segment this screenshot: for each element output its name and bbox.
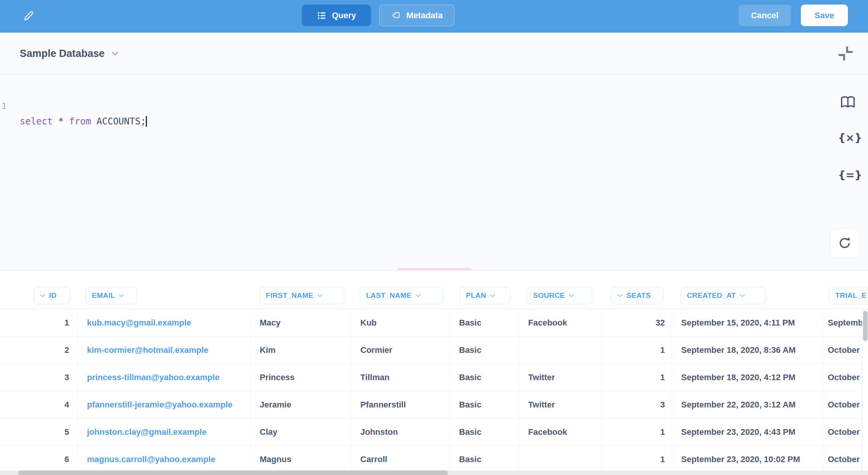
cell-id: 3	[0, 364, 78, 391]
email-link[interactable]: pfannerstill-jeramie@yahoo.example	[78, 391, 251, 418]
pencil-icon	[22, 9, 31, 22]
cell-last-name: Johnston	[351, 418, 450, 446]
snippets-button[interactable]: {=}	[838, 165, 858, 185]
horizontal-scrollbar-thumb[interactable]	[18, 470, 448, 475]
cell-last-name: Tillman	[351, 364, 450, 391]
email-link[interactable]: magnus.carroll@yahoo.example	[78, 446, 251, 473]
cell-source: Facebook	[519, 309, 602, 337]
cell-plan: Basic	[450, 391, 519, 418]
cell-trial-ends-at: October	[824, 418, 862, 446]
column-header-source[interactable]: SOURCE	[527, 287, 592, 304]
column-header-email[interactable]: EMAIL	[85, 287, 137, 304]
chevron-down-icon	[415, 294, 421, 297]
sql-keyword-from: from	[69, 116, 96, 127]
chevron-down-icon	[490, 294, 495, 297]
email-link[interactable]: kub.macy@gmail.example	[78, 309, 251, 337]
top-bar: Query Metadata Cancel Save	[0, 0, 868, 33]
tab-query[interactable]: Query	[302, 5, 371, 26]
text-cursor	[146, 116, 147, 127]
cell-trial-ends-at: Septemb	[824, 309, 862, 337]
chevron-down-icon	[317, 294, 322, 297]
tab-metadata[interactable]: Metadata	[379, 5, 455, 26]
run-query-button[interactable]	[830, 228, 860, 258]
cell-seats: 1	[602, 337, 672, 364]
variables-icon: {×}	[838, 132, 862, 144]
collapse-icon	[837, 45, 852, 62]
column-label: SOURCE	[533, 291, 565, 300]
column-label: TRIAL_E	[835, 291, 866, 300]
cell-plan: Basic	[450, 309, 519, 337]
cell-trial-ends-at: October	[824, 446, 862, 473]
table-row: 3 princess-tillman@yahoo.example Princes…	[0, 364, 868, 391]
database-name: Sample Database	[20, 48, 105, 60]
cell-source	[519, 446, 602, 473]
table-row: 6 magnus.carroll@yahoo.example Magnus Ca…	[0, 446, 868, 473]
column-header-first-name[interactable]: FIRST_NAME	[259, 287, 344, 304]
column-label: ID	[49, 291, 57, 300]
cell-seats: 1	[602, 364, 672, 391]
list-icon	[317, 11, 327, 20]
cell-id: 2	[0, 337, 78, 364]
native-query-editor: Query Metadata Cancel Save Sample Databa…	[0, 0, 868, 475]
line-number: 1	[2, 99, 9, 114]
column-header-plan[interactable]: PLAN	[459, 287, 511, 304]
cell-last-name: Pfannerstill	[351, 391, 450, 418]
cell-seats: 1	[602, 418, 672, 446]
chevron-down-icon	[119, 294, 124, 297]
code-line: 1 select * from ACCOUNTS;	[0, 83, 868, 99]
tab-metadata-label: Metadata	[406, 11, 442, 20]
column-label: PLAN	[466, 291, 486, 300]
column-header-id[interactable]: ID	[33, 287, 70, 304]
table-header: ID EMAIL FIRST_NAME LAST_NAME PLAN SOURC…	[0, 271, 868, 309]
table-row: 2 kim-cormier@hotmail.example Kim Cormie…	[0, 337, 868, 364]
cell-seats: 32	[602, 309, 672, 337]
cell-plan: Basic	[450, 364, 519, 391]
vertical-scrollbar-thumb[interactable]	[863, 311, 868, 341]
save-button[interactable]: Save	[801, 5, 848, 26]
email-link[interactable]: johnston.clay@gmail.example	[78, 418, 251, 446]
cell-created-at: September 23, 2020, 4:43 PM	[672, 418, 824, 446]
column-header-last-name[interactable]: LAST_NAME	[360, 287, 443, 304]
cell-id: 4	[0, 391, 78, 418]
column-header-trial-ends-at[interactable]: TRIAL_E	[829, 287, 868, 304]
cell-first-name: Clay	[251, 418, 351, 446]
email-link[interactable]: kim-cormier@hotmail.example	[78, 337, 251, 364]
column-label: CREATED_AT	[687, 291, 736, 300]
cell-first-name: Kim	[251, 337, 351, 364]
cell-id: 1	[0, 309, 78, 337]
cancel-button[interactable]: Cancel	[739, 5, 791, 26]
column-header-seats[interactable]: SEATS	[611, 287, 663, 304]
cell-trial-ends-at: October	[824, 364, 862, 391]
cell-plan: Basic	[450, 337, 519, 364]
database-picker[interactable]: Sample Database	[20, 33, 118, 74]
query-results: ID EMAIL FIRST_NAME LAST_NAME PLAN SOURC…	[0, 271, 868, 475]
chevron-down-icon	[740, 294, 745, 297]
sql-code: select * from ACCOUNTS;	[20, 114, 147, 129]
cell-created-at: September 18, 2020, 8:36 AM	[672, 337, 824, 364]
column-label: LAST_NAME	[366, 291, 412, 300]
table-row: 1 kub.macy@gmail.example Macy Kub Basic …	[0, 309, 868, 337]
column-header-created-at[interactable]: CREATED_AT	[680, 287, 766, 304]
cell-trial-ends-at: October	[824, 337, 862, 364]
snippets-icon: {=}	[838, 169, 862, 181]
cell-last-name: Kub	[351, 309, 450, 337]
data-reference-button[interactable]	[838, 93, 858, 112]
cell-last-name: Carroll	[351, 446, 450, 473]
variables-button[interactable]: {×}	[838, 128, 858, 148]
cell-id: 5	[0, 418, 78, 446]
cell-source: Twitter	[519, 391, 602, 418]
collapse-editor-button[interactable]	[835, 44, 854, 63]
edit-title-button[interactable]	[20, 9, 33, 23]
cell-seats: 1	[602, 446, 672, 473]
email-link[interactable]: princess-tillman@yahoo.example	[78, 364, 251, 391]
sql-editor[interactable]: 1 select * from ACCOUNTS; {×} {=}	[0, 74, 868, 271]
cell-created-at: September 15, 2020, 4:11 PM	[672, 309, 824, 337]
cell-created-at: September 23, 2020, 10:02 PM	[672, 446, 824, 473]
cell-plan: Basic	[450, 418, 519, 446]
cell-first-name: Magnus	[251, 446, 351, 473]
cell-created-at: September 18, 2020, 4:12 PM	[672, 364, 824, 391]
chevron-down-icon	[112, 51, 118, 56]
cell-source: Facebook	[519, 418, 602, 446]
table-row: 4 pfannerstill-jeramie@yahoo.example Jer…	[0, 391, 868, 418]
chevron-down-icon	[569, 294, 574, 297]
